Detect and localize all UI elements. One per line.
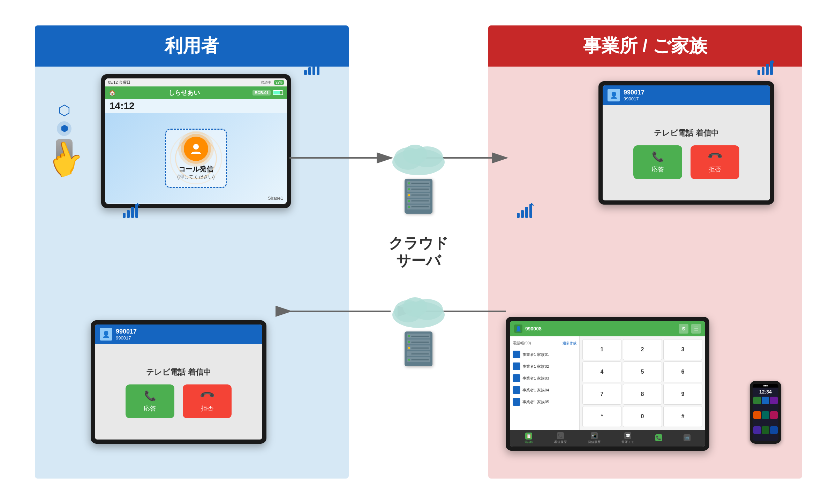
- right-caller-info: 990017 990017: [624, 89, 644, 101]
- contact-name-5: 事業者1 家族05: [522, 399, 549, 405]
- top-cloud-server: [387, 138, 450, 214]
- call-button[interactable]: コール発信 (押してください): [165, 129, 227, 188]
- app-header-controls: ⚙ ☰: [679, 324, 701, 334]
- app-menu-icon[interactable]: ☰: [691, 324, 701, 334]
- missed-calls-label: 着信履歴: [554, 440, 567, 444]
- dial-key-2[interactable]: 2: [623, 339, 662, 360]
- user-tablet: 05/12 金曜日 接続中 92% 🏠 しらせあい BCB-01: [101, 74, 291, 208]
- user-screen-statusbar: 05/12 金曜日 接続中 92%: [105, 78, 287, 86]
- right-caller-sub: 990017: [624, 96, 644, 101]
- dial-key-star[interactable]: *: [582, 406, 621, 427]
- app-settings-icon[interactable]: ⚙: [679, 324, 688, 334]
- reject-button[interactable]: 📞 拒否: [183, 384, 232, 418]
- dial-key-0[interactable]: 0: [623, 406, 662, 427]
- accept-phone-icon: 📞: [144, 390, 156, 402]
- svg-rect-26: [517, 213, 520, 218]
- user-tablet-screen: 05/12 金曜日 接続中 92% 🏠 しらせあい BCB-01: [105, 78, 287, 204]
- right-call-actions: 📞 応答 📞 拒否: [633, 145, 739, 179]
- contact-name-1: 事業者1 家族01: [522, 352, 549, 357]
- contact-name-4: 事業者1 家族04: [522, 388, 549, 393]
- right-accept-button[interactable]: 📞 応答: [633, 145, 682, 179]
- contact-item-4[interactable]: 事業者1 家族04: [510, 384, 579, 396]
- voicemail-label: 留守メモ: [621, 440, 634, 444]
- server-rack-bottom: [405, 331, 432, 366]
- right-panel: 事業所 / ご家族: [488, 25, 802, 479]
- right-incoming-header: 👤 990017 990017: [603, 85, 770, 105]
- contact-item-5[interactable]: 事業者1 家族05: [510, 396, 579, 408]
- accept-button[interactable]: 📞 応答: [126, 384, 174, 418]
- signal-icon-right-top: [757, 60, 774, 77]
- dial-key-7[interactable]: 7: [582, 384, 621, 405]
- svg-rect-29: [529, 204, 532, 218]
- server-rack-top: [405, 179, 432, 214]
- contact-item-2[interactable]: 事業者1 家族02: [510, 360, 579, 372]
- contacts-label: 電話帳(90): [513, 341, 531, 346]
- dial-key-1[interactable]: 1: [582, 339, 621, 360]
- phone-app-2: [762, 397, 769, 404]
- app-management-screen: 👤 990008 ⚙ ☰ 電話帳(90): [510, 321, 705, 446]
- dial-key-6[interactable]: 6: [663, 361, 702, 382]
- phonebook-label: 電話帳: [525, 440, 533, 444]
- incoming-status: テレビ電話 着信中: [146, 367, 211, 377]
- contact-item-3[interactable]: 事業者1 家族03: [510, 372, 579, 384]
- dialpad: 1 2 3 4 5 6 7 8 9 * 0 #: [580, 336, 705, 430]
- svg-rect-8: [123, 213, 126, 218]
- right-reject-icon: 📞: [707, 148, 723, 165]
- outgoing-calls-icon: 📲: [591, 432, 598, 439]
- right-panel-title: 事業所 / ご家族: [583, 36, 707, 56]
- cloud-label-line2: サーバ: [389, 252, 448, 269]
- svg-point-16: [403, 145, 427, 164]
- user-screen-appbar: 🏠 しらせあい BCB-01: [105, 86, 287, 99]
- svg-rect-11: [135, 204, 138, 218]
- footer-phonebook[interactable]: 📋 電話帳: [525, 433, 533, 444]
- footer-call-button[interactable]: 📞: [655, 434, 662, 442]
- reject-label: 拒否: [201, 404, 213, 413]
- phone-statusbar: ■■■: [753, 384, 778, 388]
- bt-symbol: ⬢: [56, 121, 72, 136]
- footer-missed-calls[interactable]: 📞 着信履歴: [554, 432, 567, 444]
- left-panel-header: 利用者: [35, 25, 349, 67]
- svg-rect-21: [757, 70, 760, 75]
- svg-rect-22: [762, 67, 764, 75]
- caller-id: 990017: [116, 328, 137, 335]
- dial-key-9[interactable]: 9: [663, 384, 702, 405]
- contact-item-1[interactable]: 事業者1 家族01: [510, 349, 579, 360]
- dial-key-4[interactable]: 4: [582, 361, 621, 382]
- svg-text:⬢: ⬢: [61, 124, 68, 133]
- contacts-header: 電話帳(90) 通常作成: [510, 339, 579, 347]
- user-tablet-status: 接続中: [261, 80, 271, 85]
- finger-pointer-icon: 👆: [40, 135, 89, 183]
- footer-outgoing-calls[interactable]: 📲 発信履歴: [588, 432, 601, 444]
- right-accept-icon: 📞: [652, 151, 664, 162]
- left-panel-title: 利用者: [165, 36, 219, 56]
- user-tablet-date: 05/12 金曜日: [108, 80, 130, 85]
- svg-rect-0: [304, 70, 307, 75]
- dial-key-5[interactable]: 5: [623, 361, 662, 382]
- right-incoming-body: テレビ電話 着信中 📞 応答 📞 拒否: [603, 105, 770, 200]
- dial-key-hash[interactable]: #: [663, 406, 702, 427]
- incoming-header: 👤 990017 990017: [95, 324, 262, 344]
- left-incoming-call: 👤 990017 990017 テレビ電話 着信中 📞: [91, 320, 266, 444]
- dial-key-8[interactable]: 8: [623, 384, 662, 405]
- caller-info: 990017 990017: [116, 328, 137, 341]
- dial-key-3[interactable]: 3: [663, 339, 702, 360]
- cloud-server-label: クラウド サーバ: [389, 235, 448, 270]
- incoming-body-inner: テレビ電話 着信中 📞 応答 📞 拒否: [95, 344, 262, 440]
- sirase-logo: Sirase1: [268, 196, 283, 201]
- call-icon: [184, 137, 208, 161]
- right-reject-button[interactable]: 📞 拒否: [691, 145, 739, 179]
- svg-point-20: [403, 297, 427, 317]
- contact-name-2: 事業者1 家族02: [522, 364, 549, 369]
- svg-rect-3: [317, 61, 319, 75]
- right-incoming-body-inner: テレビ電話 着信中 📞 応答 📞 拒否: [603, 105, 770, 200]
- right-incoming-screen: 👤 990017 990017 テレビ電話 着信中 📞: [603, 85, 770, 200]
- app-id: 990008: [525, 326, 542, 331]
- phone-screen: ■■■ 12:34: [753, 384, 778, 441]
- footer-video-call[interactable]: 📹: [684, 434, 691, 442]
- left-panel: 利用者 ⬡ ⬢ 👆: [35, 25, 349, 479]
- phone-app-9: [770, 426, 778, 434]
- user-tablet-appname: しらせあい: [168, 89, 200, 97]
- signal-icon-right-bottom: [516, 203, 534, 220]
- footer-voicemail[interactable]: 💬 留守メモ: [621, 432, 634, 444]
- recent-label: 通常作成: [563, 341, 576, 346]
